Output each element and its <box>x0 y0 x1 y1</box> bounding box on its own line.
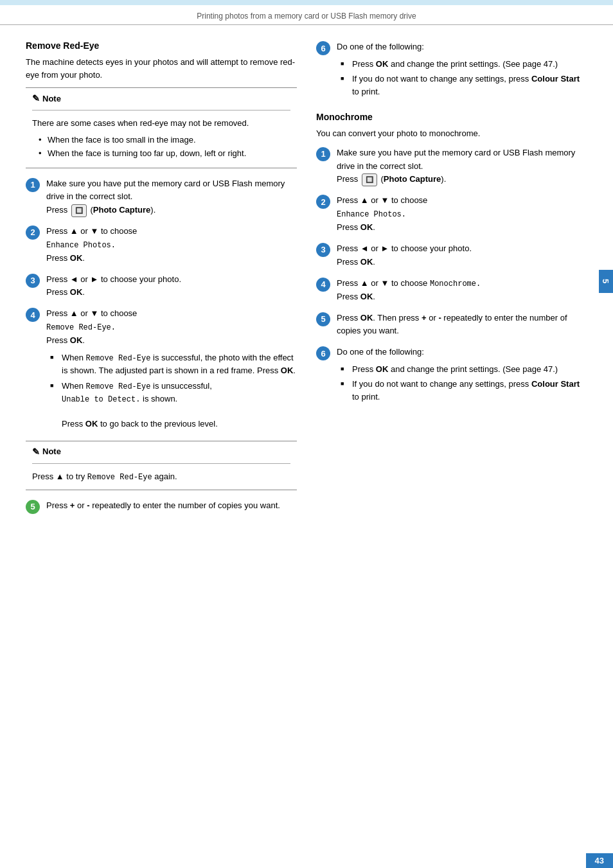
monochrome-section: Monochrome You can convert your photo to… <box>316 112 587 405</box>
mono-step-1: 1 Make sure you have put the memory card… <box>316 146 587 186</box>
step-content-3: Press ◄ or ► to choose your photo. Press… <box>46 273 297 300</box>
left-column: Remove Red-Eye The machine detects eyes … <box>26 40 297 522</box>
step-content-6-top: Do one of the following: Press OK and ch… <box>337 40 587 100</box>
top-bar <box>0 0 613 5</box>
note-text-1: There are some cases when red-eye may no… <box>32 117 290 130</box>
mono-step-circle-5: 5 <box>316 312 330 326</box>
note-title-1: ✎ Note <box>32 93 290 103</box>
step-content-4: Press ▲ or ▼ to choose Remove Red-Eye. P… <box>46 307 297 432</box>
monochrome-title: Monochrome <box>316 112 587 122</box>
note-text-2: Press ▲ to try Remove Red-Eye again. <box>32 470 290 483</box>
step-4: 4 Press ▲ or ▼ to choose Remove Red-Eye.… <box>26 307 297 432</box>
mono-step-2: 2 Press ▲ or ▼ to choose Enhance Photos.… <box>316 194 587 235</box>
note-title-2: ✎ Note <box>32 447 290 457</box>
mono-step-5: 5 Press OK. Then press + or - repeatedly… <box>316 312 587 339</box>
mono-step-content-6: Do one of the following: Press OK and ch… <box>337 346 587 405</box>
mono-step-circle-3: 3 <box>316 243 330 257</box>
list-item: Press OK and change the print settings. … <box>341 58 587 71</box>
step-circle-2: 2 <box>26 226 40 240</box>
list-item: When Remove Red-Eye is unsuccessful, Una… <box>50 380 297 430</box>
list-item: When the face is too small in the image. <box>39 134 290 146</box>
photo-capture-icon-2: 🔲 <box>362 173 377 186</box>
mono-step-circle-2: 2 <box>316 195 330 209</box>
mono-step-6-bullets: Press OK and change the print settings. … <box>337 363 587 403</box>
note-bullet-list-1: When the face is too small in the image.… <box>32 134 290 160</box>
step-circle-5: 5 <box>26 500 40 514</box>
list-item: When Remove Red-Eye is successful, the p… <box>50 351 297 377</box>
step-6-top: 6 Do one of the following: Press OK and … <box>316 40 587 100</box>
step-5: 5 Press + or - repeatedly to enter the n… <box>26 499 297 514</box>
list-item: If you do not want to change any setting… <box>341 378 587 403</box>
list-item: Press OK and change the print settings. … <box>341 363 587 376</box>
mono-step-circle-4: 4 <box>316 278 330 292</box>
mono-step-content-3: Press ◄ or ► to choose your photo. Press… <box>337 242 587 269</box>
mono-step-content-2: Press ▲ or ▼ to choose Enhance Photos. P… <box>337 194 587 235</box>
mono-step-circle-1: 1 <box>316 147 330 161</box>
step-circle-6-top: 6 <box>316 41 330 55</box>
note-icon-1: ✎ <box>32 93 40 103</box>
note-box-2: ✎ Note Press ▲ to try Remove Red-Eye aga… <box>26 441 297 490</box>
page-number: 43 <box>586 853 613 868</box>
step-3: 3 Press ◄ or ► to choose your photo. Pre… <box>26 273 297 300</box>
monochrome-intro: You can convert your photo to monochrome… <box>316 127 587 140</box>
note-box-1: ✎ Note There are some cases when red-eye… <box>26 87 297 168</box>
step-1: 1 Make sure you have put the memory card… <box>26 177 297 217</box>
mono-step-3: 3 Press ◄ or ► to choose your photo. Pre… <box>316 242 587 269</box>
step-2: 2 Press ▲ or ▼ to choose Enhance Photos.… <box>26 225 297 265</box>
right-column: 6 Do one of the following: Press OK and … <box>316 40 587 522</box>
step-4-sub-bullets: When Remove Red-Eye is successful, the p… <box>46 351 297 430</box>
left-section-intro: The machine detects eyes in your photos … <box>26 56 297 81</box>
mono-step-content-5: Press OK. Then press + or - repeatedly t… <box>337 312 587 339</box>
mono-step-4: 4 Press ▲ or ▼ to choose Monochrome. Pre… <box>316 277 587 304</box>
mono-step-6: 6 Do one of the following: Press OK and … <box>316 346 587 405</box>
list-item: If you do not want to change any setting… <box>341 73 587 98</box>
mono-step-content-1: Make sure you have put the memory card o… <box>337 146 587 186</box>
left-section-title: Remove Red-Eye <box>26 40 297 51</box>
step-6-top-bullets: Press OK and change the print settings. … <box>337 58 587 98</box>
step-circle-4: 4 <box>26 308 40 322</box>
step-content-1: Make sure you have put the memory card o… <box>46 177 297 217</box>
step-content-2: Press ▲ or ▼ to choose Enhance Photos. P… <box>46 225 297 265</box>
photo-capture-icon: 🔲 <box>71 204 87 217</box>
step-content-5: Press + or - repeatedly to enter the num… <box>46 499 297 513</box>
step-circle-3: 3 <box>26 274 40 288</box>
mono-step-circle-6: 6 <box>316 346 330 360</box>
page-header: Printing photos from a memory card or US… <box>0 5 613 25</box>
note-icon-2: ✎ <box>32 447 40 457</box>
list-item: When the face is turning too far up, dow… <box>39 147 290 160</box>
step-circle-1: 1 <box>26 178 40 192</box>
chapter-tab: 5 <box>599 270 613 293</box>
mono-step-content-4: Press ▲ or ▼ to choose Monochrome. Press… <box>337 277 587 304</box>
